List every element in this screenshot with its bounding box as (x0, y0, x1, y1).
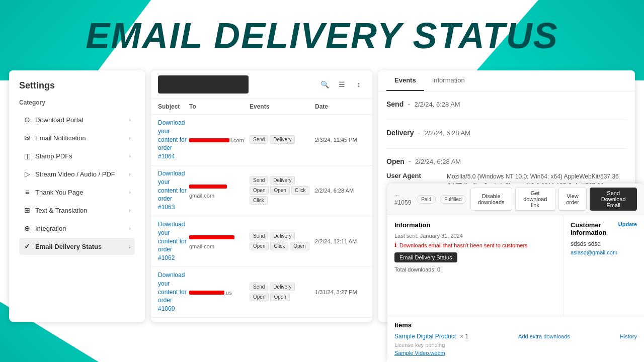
order-info-title: Information (394, 221, 556, 229)
event-time: 2/2/24, 6:28 AM (415, 158, 461, 165)
email-list-panel: 🔍 ☰ ↕ Subject To Events Date Download yo… (151, 70, 372, 322)
event-badge-open: Open (290, 242, 309, 250)
add-extra-downloads-link[interactable]: Add extra downloads (518, 333, 570, 339)
view-order-btn[interactable]: View order (558, 188, 587, 211)
alert-row: ℹ Downloads email that hasn't been sent … (394, 242, 556, 248)
events-tabs: Events Information (378, 70, 635, 92)
event-header: Delivery - 2/2/24, 6:28 AM (386, 128, 627, 137)
sidebar-item-stream-video[interactable]: ▷ Stream Video / Audio / PDF › (19, 165, 135, 183)
table-row[interactable]: Download your content for order #1062 gm… (151, 216, 372, 267)
email-delivery-status-btn[interactable]: Email Delivery Status (394, 252, 457, 262)
nav-icon-download-portal: ⊙ (23, 116, 31, 124)
email-date: 1/31/24, 3:27 PM (315, 289, 365, 295)
event-badge-click: Click (250, 196, 268, 205)
event-badge-delivery: Delivery (270, 135, 295, 144)
email-to-cell: gmail.com (189, 232, 250, 250)
email-subject-link[interactable]: Download your content for order #1062 (158, 220, 189, 262)
table-row[interactable]: Download your content for order #1064 il… (151, 115, 372, 165)
send-download-email-btn[interactable]: Send Download Email (590, 188, 637, 211)
filter-icon[interactable]: ☰ (335, 78, 348, 91)
events-cell: SendDeliveryOpenOpenClickClick (250, 176, 315, 205)
sidebar-item-download-portal[interactable]: ⊙ Download Portal › (19, 111, 135, 128)
sidebar-item-email-delivery-status[interactable]: ✓ Email Delivery Status › (19, 238, 135, 255)
status-fulfilled: Fulfilled (440, 195, 466, 204)
col-to: To (189, 103, 250, 110)
table-header: Subject To Events Date (151, 99, 372, 115)
item-qty: × 1 (460, 333, 468, 340)
event-type: Send (386, 100, 404, 108)
customer-email[interactable]: aslasd@gmail.com (571, 249, 637, 255)
event-item: Send - 2/2/24, 6:28 AM (386, 100, 627, 120)
nav-label-stream-video: Stream Video / Audio / PDF (35, 170, 115, 178)
email-subject-link[interactable]: Download your content for order #1063 (158, 169, 189, 212)
status-paid: Paid (417, 195, 436, 204)
email-subject-link[interactable]: Download your content for order #1060 (158, 271, 189, 313)
back-button[interactable]: ← #1059 (394, 192, 413, 206)
nav-icon-thank-you-page: ≡ (23, 188, 31, 196)
sidebar-item-email-notification[interactable]: ✉ Email Notification › (19, 129, 135, 146)
items-title: Items (394, 321, 637, 329)
customer-update-link[interactable]: Update (618, 221, 637, 236)
sidebar-item-integration[interactable]: ⊕ Integration › (19, 220, 135, 237)
sidebar-item-stamp-pdfs[interactable]: ◫ Stamp PDFs › (19, 147, 135, 164)
table-row[interactable]: Download your content for order #1063 gm… (151, 165, 372, 216)
settings-title: Settings (19, 80, 135, 91)
email-suffix: gmail.com (189, 243, 214, 249)
redacted-email (189, 235, 234, 239)
email-list-header: 🔍 ☰ ↕ (151, 70, 372, 99)
event-badge-open: Open (250, 293, 269, 301)
tab-events[interactable]: Events (386, 70, 424, 91)
nav-label-integration: Integration (35, 225, 66, 232)
item-video-link[interactable]: Sample Video.webm (394, 350, 445, 356)
settings-nav: ⊙ Download Portal › ✉ Email Notification… (19, 111, 135, 255)
event-badge-open: Open (250, 242, 269, 250)
nav-icon-email-notification: ✉ (23, 134, 31, 142)
sidebar-item-text-translation[interactable]: ⊞ Text & Translation › (19, 202, 135, 219)
event-header: Open - 2/2/24, 6:28 AM (386, 157, 627, 166)
nav-icon-stream-video: ▷ (23, 170, 31, 178)
disable-downloads-btn[interactable]: Disable downloads (470, 188, 512, 211)
page-title: EMAIL DELIVERY STATUS (0, 15, 644, 56)
event-type: Delivery (386, 129, 414, 137)
table-row[interactable]: Download your content for order #1060 .u… (151, 267, 372, 318)
email-date: 2/2/24, 6:28 AM (315, 188, 365, 194)
sort-icon[interactable]: ↕ (352, 78, 365, 91)
search-bar-placeholder (158, 75, 249, 94)
search-icon[interactable]: 🔍 (318, 78, 331, 91)
event-badge-send: Send (250, 232, 268, 240)
email-to-cell: gmail.com (189, 182, 250, 200)
nav-label-email-delivery-status: Email Delivery Status (35, 243, 102, 250)
col-date: Date (315, 103, 365, 110)
nav-icon-email-delivery-status: ✓ (23, 242, 31, 250)
nav-icon-text-translation: ⊞ (23, 206, 31, 214)
table-row[interactable]: Download your content for order #1059 gm… (151, 318, 372, 322)
nav-chevron-stream-video: › (129, 171, 131, 177)
settings-panel: Settings Category ⊙ Download Portal › ✉ … (9, 70, 145, 322)
redacted-email (189, 291, 224, 295)
items-section: Items Sample Digital Product × 1 Add ext… (387, 316, 644, 362)
email-suffix: il.com (229, 137, 244, 143)
history-link[interactable]: History (620, 333, 637, 339)
customer-info-label: Customer Information (571, 221, 618, 236)
nav-label-download-portal: Download Portal (35, 116, 83, 124)
event-badge-click: Click (270, 242, 288, 250)
sidebar-item-thank-you-page[interactable]: ≡ Thank You Page › (19, 184, 135, 201)
customer-info-title: Customer Information Update (571, 221, 637, 236)
event-badge-send: Send (250, 176, 268, 185)
order-header: ← #1059 Paid Fulfilled Disable downloads… (387, 184, 644, 215)
event-badge-delivery: Delivery (270, 176, 295, 185)
get-download-link-btn[interactable]: Get download link (515, 188, 555, 211)
customer-info: Customer Information Update sdsds sdsd a… (564, 215, 644, 316)
nav-label-thank-you-page: Thank You Page (35, 189, 83, 196)
item-row: Sample Digital Product × 1 Add extra dow… (394, 333, 637, 340)
tab-information[interactable]: Information (424, 70, 473, 91)
nav-chevron-stamp-pdfs: › (129, 153, 131, 159)
email-suffix: .us (224, 290, 232, 296)
nav-label-text-translation: Text & Translation (35, 207, 87, 214)
nav-label-stamp-pdfs: Stamp PDFs (35, 152, 72, 160)
item-link[interactable]: Sample Digital Product (394, 333, 456, 340)
event-header: Send - 2/2/24, 6:28 AM (386, 100, 627, 109)
event-badge-open: Open (270, 293, 289, 301)
events-cell: SendDelivery (250, 135, 315, 144)
email-subject-link[interactable]: Download your content for order #1064 (158, 119, 189, 161)
